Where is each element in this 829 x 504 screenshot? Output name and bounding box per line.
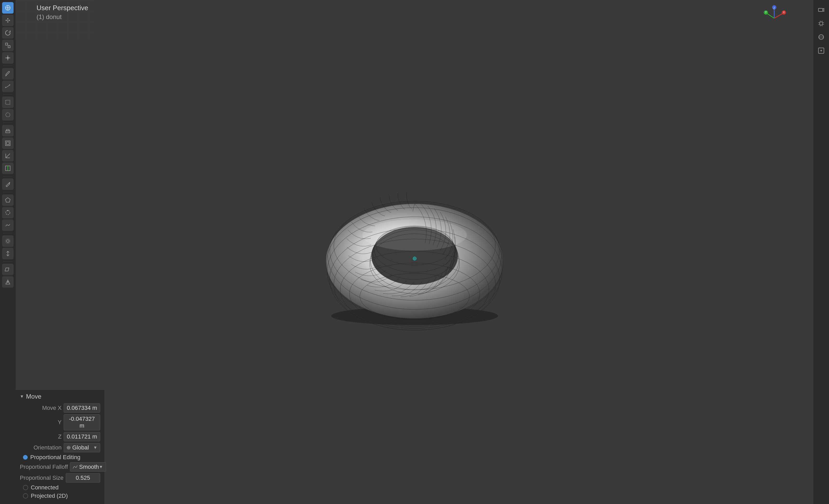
prop-falloff-arrow: ▼	[99, 465, 103, 469]
svg-rect-33	[820, 22, 823, 25]
svg-rect-20	[5, 141, 10, 146]
orientation-row: Orientation Global ▼	[20, 443, 100, 452]
svg-rect-3	[5, 43, 7, 45]
svg-point-27	[6, 240, 9, 242]
orientation-value: Global	[72, 444, 89, 451]
annotate-tool-btn[interactable]	[2, 68, 13, 79]
bevel-btn[interactable]	[2, 150, 13, 161]
prop-editing-dot	[23, 455, 28, 460]
rotate-tool-btn[interactable]	[2, 27, 13, 39]
move-z-label: Z	[20, 433, 62, 440]
spin-btn[interactable]	[2, 207, 13, 218]
connected-checkbox[interactable]	[23, 485, 28, 490]
orientation-dropdown-arrow: ▼	[93, 445, 97, 450]
move-x-value[interactable]: 0.067334 m	[64, 403, 100, 413]
connected-row: Connected	[20, 484, 100, 491]
svg-point-28	[5, 239, 10, 243]
svg-point-25	[6, 211, 10, 215]
right-toolbar	[813, 0, 829, 504]
projected-label: Projected (2D)	[31, 493, 68, 499]
main-viewport[interactable]: User Perspective (1) donut Z X Y	[16, 0, 813, 504]
vertex-slide-btn[interactable]	[2, 276, 13, 288]
projected-checkbox[interactable]	[23, 493, 28, 499]
cursor-tool-btn[interactable]	[2, 2, 13, 13]
toolbar-sep-2	[3, 94, 12, 95]
move-z-row: Z 0.011721 m	[20, 432, 100, 441]
svg-point-26	[7, 210, 8, 211]
toolbar-sep-4	[3, 176, 12, 176]
prop-size-value[interactable]: 0.525	[66, 473, 100, 482]
prop-size-label: Proportional Size	[20, 474, 64, 481]
view-camera-btn[interactable]	[816, 4, 827, 16]
svg-rect-4	[8, 46, 10, 48]
axis-gizmo[interactable]: Z X Y	[761, 5, 787, 31]
smooth-vert-btn[interactable]	[2, 219, 13, 231]
svg-marker-24	[5, 198, 10, 202]
svg-rect-21	[6, 142, 9, 145]
view-zoom-btn[interactable]	[816, 45, 827, 56]
viewport-title: User Perspective	[37, 3, 88, 12]
shear-btn[interactable]	[2, 264, 13, 275]
connected-label: Connected	[31, 484, 59, 491]
prop-falloff-value: Smooth	[79, 464, 99, 470]
extrude-btn[interactable]	[2, 125, 13, 137]
svg-line-13	[5, 85, 10, 88]
view-orbit-btn[interactable]	[816, 31, 827, 43]
loop-cut-btn[interactable]	[2, 163, 13, 174]
projected-row: Projected (2D)	[20, 493, 100, 499]
push-pull-btn[interactable]	[2, 248, 13, 259]
measure-tool-btn[interactable]	[2, 81, 13, 92]
panel-collapse-arrow: ▼	[20, 394, 24, 399]
svg-rect-32	[819, 8, 823, 11]
panel-title: Move	[26, 393, 41, 400]
svg-text:Z: Z	[773, 7, 775, 10]
move-x-row: Move X 0.067334 m	[20, 403, 100, 413]
viewport-subtitle: (1) donut	[37, 12, 88, 22]
donut-mesh	[297, 151, 532, 334]
svg-point-17	[6, 113, 10, 117]
toolbar-sep-3	[3, 122, 12, 123]
svg-point-34	[819, 35, 824, 40]
transform-tool-btn[interactable]	[2, 52, 13, 64]
move-y-label: Y	[20, 419, 62, 426]
move-tool-btn[interactable]	[2, 14, 13, 26]
left-toolbar	[0, 0, 16, 504]
inset-btn[interactable]	[2, 138, 13, 149]
svg-point-35	[819, 36, 824, 38]
panel-header-move[interactable]: ▼ Move	[20, 393, 100, 400]
poly-build-btn[interactable]	[2, 194, 13, 206]
proportional-editing-row[interactable]: Proportional Editing	[20, 454, 100, 461]
prop-size-row: Proportional Size 0.525	[20, 473, 100, 482]
torus-svg	[297, 151, 532, 334]
move-y-row: Y -0.047327 m	[20, 414, 100, 430]
orientation-dropdown[interactable]: Global ▼	[64, 443, 100, 452]
shrink-fatten-btn[interactable]	[2, 235, 13, 247]
knife-btn[interactable]	[2, 178, 13, 190]
toolbar-sep-6	[3, 233, 12, 233]
orientation-label: Orientation	[20, 444, 62, 451]
move-x-label: Move X	[20, 405, 62, 411]
move-z-value[interactable]: 0.011721 m	[64, 432, 100, 441]
svg-rect-16	[6, 100, 10, 104]
svg-point-31	[7, 282, 9, 283]
svg-line-49	[766, 13, 774, 18]
prop-falloff-dropdown[interactable]: Smooth ▼	[70, 462, 106, 472]
svg-text:Y: Y	[765, 11, 767, 14]
svg-text:X: X	[783, 11, 785, 14]
scale-tool-btn[interactable]	[2, 40, 13, 51]
prop-falloff-row: Proportional Falloff Smooth ▼	[20, 462, 100, 472]
svg-line-46	[774, 13, 783, 18]
prop-falloff-label: Proportional Falloff	[20, 464, 68, 470]
toolbar-sep-7	[3, 261, 12, 262]
circle-select-btn[interactable]	[2, 109, 13, 120]
view-pan-btn[interactable]	[816, 18, 827, 29]
svg-point-59	[362, 219, 467, 251]
toolbar-sep-1	[3, 66, 12, 66]
box-select-btn[interactable]	[2, 97, 13, 108]
svg-point-7	[7, 57, 9, 59]
bottom-panel: ▼ Move Move X 0.067334 m Y -0.047327 m Z…	[16, 390, 104, 504]
svg-rect-29	[5, 268, 9, 271]
prop-editing-label: Proportional Editing	[30, 454, 80, 461]
viewport-header: User Perspective (1) donut	[37, 3, 88, 22]
move-y-value[interactable]: -0.047327 m	[64, 414, 100, 430]
